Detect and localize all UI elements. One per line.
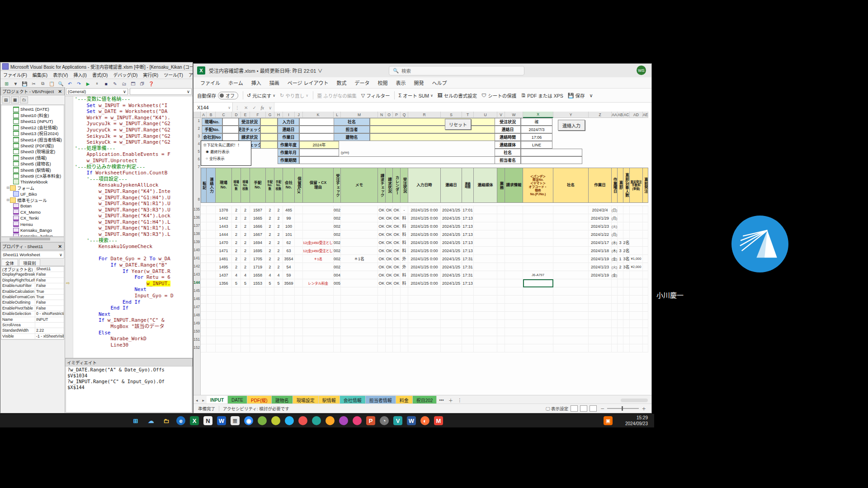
cell-V150[interactable] xyxy=(497,328,505,336)
table-header-Y[interactable]: 社名 xyxy=(553,168,589,203)
column-header-A[interactable]: A xyxy=(201,112,207,118)
cell-T146[interactable] xyxy=(462,296,474,304)
cell-G143[interactable]: 4 xyxy=(266,271,274,279)
cell-M138[interactable] xyxy=(341,230,378,239)
copy-icon[interactable]: ⧉ xyxy=(38,80,47,88)
project-tree-item[interactable]: Sheet6 (駅情報) xyxy=(1,167,64,173)
cell-U148[interactable] xyxy=(474,312,497,320)
cell-J149[interactable] xyxy=(295,320,303,328)
cell-AB142[interactable]: 2 xyxy=(618,263,623,271)
cell-Y152[interactable] xyxy=(553,344,589,352)
cell-V138[interactable] xyxy=(497,230,505,239)
cell-G139[interactable]: 2 xyxy=(266,239,274,247)
cell-H145[interactable] xyxy=(274,287,283,296)
cell-Q136[interactable]: 料 xyxy=(401,214,408,222)
cell-X147[interactable] xyxy=(523,304,553,312)
column-header-C[interactable]: C xyxy=(216,112,232,118)
close-icon[interactable]: ✕ xyxy=(57,244,63,249)
column-header-E[interactable]: E xyxy=(241,112,250,118)
cell-S148[interactable] xyxy=(441,312,462,320)
save-icon[interactable]: 💾 xyxy=(20,80,29,88)
project-tree-item[interactable]: Sheet14 (担当者情報) xyxy=(1,136,64,142)
object-dropdown[interactable]: (General) ∨ xyxy=(66,88,128,95)
cell-F141[interactable]: 1705 xyxy=(250,255,266,263)
cell-H138[interactable]: 2 xyxy=(274,230,283,239)
cell-G148[interactable] xyxy=(266,312,274,320)
cell-W137[interactable] xyxy=(505,222,523,230)
cell-O148[interactable] xyxy=(386,312,393,320)
cell-E141[interactable]: 2 xyxy=(241,255,250,263)
cell-V136[interactable] xyxy=(497,214,505,222)
cut-icon[interactable]: ✂ xyxy=(29,80,38,88)
table-header-U[interactable]: 連絡媒体 xyxy=(474,168,497,203)
cell-Q143[interactable]: 料 xyxy=(401,271,408,279)
zoom-in-icon[interactable]: ＋ xyxy=(642,405,646,412)
field-kaisha-no[interactable] xyxy=(222,133,239,141)
cell-B136[interactable] xyxy=(207,214,216,222)
info-value[interactable] xyxy=(521,149,582,156)
cell-E150[interactable] xyxy=(241,328,250,336)
cell-AB148[interactable] xyxy=(618,312,623,320)
project-tree-item[interactable]: Kensaku_Bango xyxy=(1,227,64,233)
cell-AB137[interactable] xyxy=(618,222,623,230)
cell-B139[interactable] xyxy=(207,239,216,247)
cell-E145[interactable] xyxy=(241,287,250,296)
table-header-W[interactable]: 請求情報 xyxy=(505,168,523,203)
ribbon-tab[interactable]: 校閲 xyxy=(374,78,392,88)
cell-F151[interactable] xyxy=(250,336,266,344)
cell-Q145[interactable] xyxy=(401,287,408,296)
cell-G142[interactable]: 2 xyxy=(266,263,274,271)
cell-L150[interactable] xyxy=(334,328,341,336)
immediate-content[interactable]: ?w_DATE.Range("A" & Date_Gyo).Offs$V$103… xyxy=(66,366,192,413)
object-browser-icon[interactable]: 🗇 xyxy=(138,80,146,88)
profile-icon-7[interactable] xyxy=(339,416,348,425)
cell-I135[interactable]: 485 xyxy=(283,206,295,214)
cell-N149[interactable] xyxy=(378,320,386,328)
cell-R148[interactable] xyxy=(408,312,441,320)
cell-AC150[interactable] xyxy=(623,328,630,336)
procedure-dropdown[interactable]: ∨ xyxy=(130,88,192,95)
project-tree-item[interactable]: CX_Memo xyxy=(1,209,64,215)
cell-AA147[interactable] xyxy=(612,304,618,312)
field-work-date[interactable] xyxy=(299,133,339,141)
cell-O140[interactable]: OK xyxy=(386,247,393,255)
cell-T137[interactable]: 17:13 xyxy=(462,222,474,230)
cancel-icon[interactable]: ✕ xyxy=(242,105,250,110)
firefox-icon[interactable]: ◐ xyxy=(420,416,429,425)
cell-AD138[interactable] xyxy=(630,230,643,239)
qat-protect-sheet[interactable]: 🛡シートの保護 xyxy=(481,92,516,99)
cell-G144[interactable]: 5 xyxy=(266,279,274,287)
profile-icon-6[interactable] xyxy=(326,416,335,425)
cell-B140[interactable] xyxy=(207,247,216,255)
cell-X140[interactable] xyxy=(523,247,553,255)
cell-E146[interactable] xyxy=(241,296,250,304)
cell-D138[interactable]: 2 xyxy=(232,230,241,239)
cell-N139[interactable]: OK xyxy=(378,239,386,247)
cell-B144[interactable] xyxy=(207,279,216,287)
cell-AE147[interactable] xyxy=(643,304,648,312)
project-explorer-icon[interactable]: 🗂 xyxy=(120,80,128,88)
cell-X135[interactable] xyxy=(523,206,553,214)
cell-W142[interactable] xyxy=(505,263,523,271)
field-work-period[interactable] xyxy=(299,156,525,164)
cell-AE146[interactable] xyxy=(643,296,648,304)
cell-D145[interactable] xyxy=(232,287,241,296)
cell-X138[interactable] xyxy=(523,230,553,239)
cell-N146[interactable] xyxy=(378,296,386,304)
row-header-149[interactable]: 149 xyxy=(193,321,200,325)
cell-AA137[interactable]: (火) xyxy=(612,222,618,230)
property-value[interactable]: False xyxy=(35,278,64,283)
cell-W140[interactable] xyxy=(505,247,523,255)
cell-I150[interactable] xyxy=(283,328,295,336)
table-header-X[interactable]: ＜パンデ＞ 発注No. ＜ヤマト＞ オフコード・ 物件 No.(PJNo.) xyxy=(523,168,553,203)
project-tree-item[interactable]: Botan xyxy=(1,203,64,209)
cell-AA145[interactable] xyxy=(612,287,618,296)
cell-AC140[interactable]: 2名 xyxy=(623,247,630,255)
cell-M137[interactable] xyxy=(341,222,378,230)
row-header-150[interactable]: 150 xyxy=(193,329,200,333)
column-header-AB[interactable]: AB xyxy=(618,112,623,118)
word-2-icon[interactable]: W xyxy=(407,416,416,425)
cell-P151[interactable] xyxy=(393,336,401,344)
cell-X151[interactable] xyxy=(523,336,553,344)
cell-T152[interactable] xyxy=(462,344,474,352)
